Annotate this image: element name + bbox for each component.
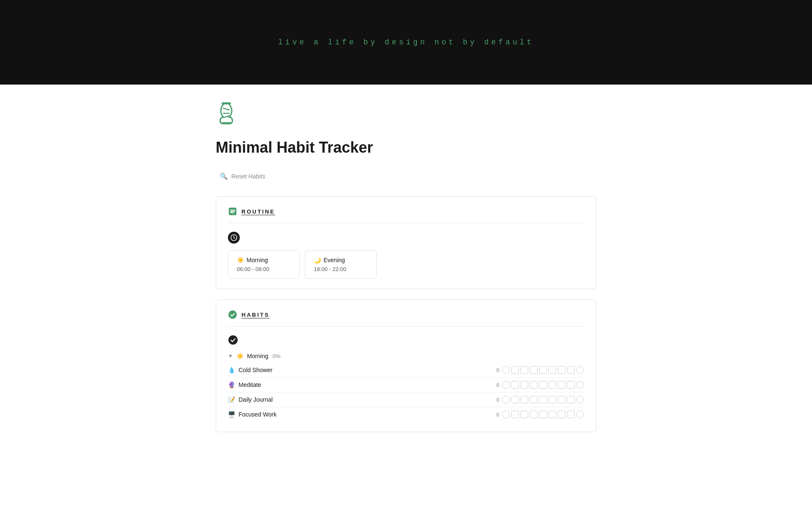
group-toggle-icon: ▼ <box>228 353 233 359</box>
journal-icon: 📝 <box>228 396 235 403</box>
svg-line-2 <box>223 108 229 110</box>
clock-icon <box>228 232 240 244</box>
checkbox-circle-end[interactable] <box>576 381 584 389</box>
focused-work-icon: 🖥️ <box>228 411 235 418</box>
daily-journal-count: 0 <box>494 397 502 403</box>
cold-shower-checkboxes <box>502 366 584 374</box>
checkbox-circle-end[interactable] <box>576 396 584 403</box>
routine-title: ROUTINE <box>241 208 275 215</box>
habit-daily-journal: 📝 Daily Journal <box>228 396 494 403</box>
habit-cold-shower: 💧 Cold Shower <box>228 367 494 373</box>
morning-group-percent: 0% <box>272 353 280 359</box>
habit-meditate: 🔮 Meditate <box>228 381 494 388</box>
routine-cards: ☀️ Morning 06:00 - 08:00 🌙 Evening 18:00… <box>228 250 584 279</box>
checkbox-sq[interactable] <box>549 366 556 374</box>
reset-habits-label: Reset Habits <box>231 173 265 180</box>
svg-point-8 <box>228 335 238 345</box>
checkbox-sq[interactable] <box>530 396 538 403</box>
checkbox-sq[interactable] <box>567 381 575 389</box>
checkbox-sq[interactable] <box>521 396 528 403</box>
list-item: 🔮 Meditate 0 <box>228 378 584 392</box>
checkbox-sq[interactable] <box>558 366 565 374</box>
checkbox-sq[interactable] <box>530 366 538 374</box>
checkbox-circle[interactable] <box>502 396 510 403</box>
routine-morning-card: ☀️ Morning 06:00 - 08:00 <box>228 250 300 279</box>
focused-work-count: 0 <box>494 411 502 418</box>
checkbox-sq[interactable] <box>567 411 575 418</box>
checkbox-sq[interactable] <box>511 411 519 418</box>
morning-group-label: Morning <box>247 353 269 359</box>
focused-work-checkboxes <box>502 411 584 418</box>
habit-focused-work: 🖥️ Focused Work <box>228 411 494 418</box>
routine-evening-card: 🌙 Evening 18:00 - 22:00 <box>305 250 377 279</box>
dna-icon <box>216 101 596 134</box>
habits-completed-icon <box>228 335 584 347</box>
routine-morning-range: 06:00 - 08:00 <box>237 266 291 272</box>
header-tagline: live a life by design not by default <box>278 38 534 47</box>
checkbox-sq[interactable] <box>558 411 565 418</box>
page-title: Minimal Habit Tracker <box>216 139 596 156</box>
checkbox-sq[interactable] <box>511 381 519 389</box>
routine-divider <box>228 223 584 223</box>
checkbox-sq[interactable] <box>567 366 575 374</box>
checkbox-sq[interactable] <box>521 366 528 374</box>
checkbox-sq[interactable] <box>539 396 547 403</box>
checkbox-sq[interactable] <box>539 381 547 389</box>
morning-group-sun-icon: ☀️ <box>236 353 244 359</box>
checkbox-sq[interactable] <box>549 411 556 418</box>
checkbox-circle[interactable] <box>502 366 510 374</box>
checkbox-sq[interactable] <box>530 381 538 389</box>
checkbox-sq[interactable] <box>549 381 556 389</box>
list-item: 🖥️ Focused Work 0 <box>228 407 584 422</box>
habits-section: HABITS ▼ ☀️ Morning 0% 💧 Cold Shower <box>216 299 596 432</box>
header-banner: live a life by design not by default <box>0 0 812 85</box>
checkbox-sq[interactable] <box>558 396 565 403</box>
habits-icon <box>228 310 237 319</box>
svg-rect-1 <box>222 122 231 124</box>
routine-section-header: ROUTINE <box>228 207 584 216</box>
checkbox-sq[interactable] <box>549 396 556 403</box>
list-item: 💧 Cold Shower 0 <box>228 363 584 378</box>
routine-evening-label: 🌙 Evening <box>314 257 368 263</box>
checkbox-sq[interactable] <box>539 411 547 418</box>
page-content: Minimal Habit Tracker 🔍 Reset Habits ROU… <box>190 85 622 468</box>
routine-section: ROUTINE ☀️ Morning 06:00 - 08:00 🌙 <box>216 196 596 289</box>
search-icon: 🔍 <box>220 173 228 180</box>
drop-icon: 💧 <box>228 367 235 373</box>
moon-icon: 🌙 <box>314 257 321 263</box>
checkbox-sq[interactable] <box>521 411 528 418</box>
list-item: 📝 Daily Journal 0 <box>228 392 584 407</box>
checkbox-sq[interactable] <box>511 366 519 374</box>
checkbox-sq[interactable] <box>530 411 538 418</box>
checkbox-sq[interactable] <box>558 381 565 389</box>
checkbox-sq[interactable] <box>521 381 528 389</box>
checkbox-circle-end[interactable] <box>576 366 584 374</box>
habit-rows: 💧 Cold Shower 0 <box>228 363 584 422</box>
habits-divider <box>228 326 584 326</box>
meditate-count: 0 <box>494 382 502 388</box>
reset-habits-button[interactable]: 🔍 Reset Habits <box>216 170 269 183</box>
checkbox-sq[interactable] <box>539 366 547 374</box>
routine-icon <box>228 207 237 216</box>
morning-group-header[interactable]: ▼ ☀️ Morning 0% <box>228 353 584 359</box>
cold-shower-count: 0 <box>494 367 502 373</box>
routine-evening-range: 18:00 - 22:00 <box>314 266 368 272</box>
daily-journal-checkboxes <box>502 396 584 403</box>
checkbox-circle[interactable] <box>502 381 510 389</box>
sun-icon: ☀️ <box>237 257 244 263</box>
checkbox-sq[interactable] <box>567 396 575 403</box>
checkbox-sq[interactable] <box>511 396 519 403</box>
habits-section-header: HABITS <box>228 310 584 319</box>
checkbox-circle-end[interactable] <box>576 411 584 418</box>
routine-morning-label: ☀️ Morning <box>237 257 291 263</box>
svg-point-7 <box>228 310 237 319</box>
habits-title: HABITS <box>241 312 269 318</box>
meditate-checkboxes <box>502 381 584 389</box>
checkbox-circle[interactable] <box>502 411 510 418</box>
meditate-icon: 🔮 <box>228 381 235 388</box>
